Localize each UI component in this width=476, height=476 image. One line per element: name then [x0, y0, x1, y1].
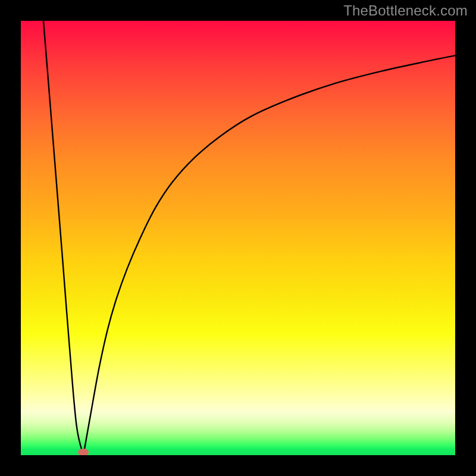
vertex-marker	[78, 449, 89, 455]
curve-right-branch	[83, 55, 455, 455]
plot-area	[21, 21, 455, 455]
chart-frame: TheBottleneck.com	[0, 0, 476, 476]
curves-svg	[21, 21, 455, 455]
watermark-text: TheBottleneck.com	[343, 2, 468, 19]
curve-left-branch	[43, 21, 83, 455]
